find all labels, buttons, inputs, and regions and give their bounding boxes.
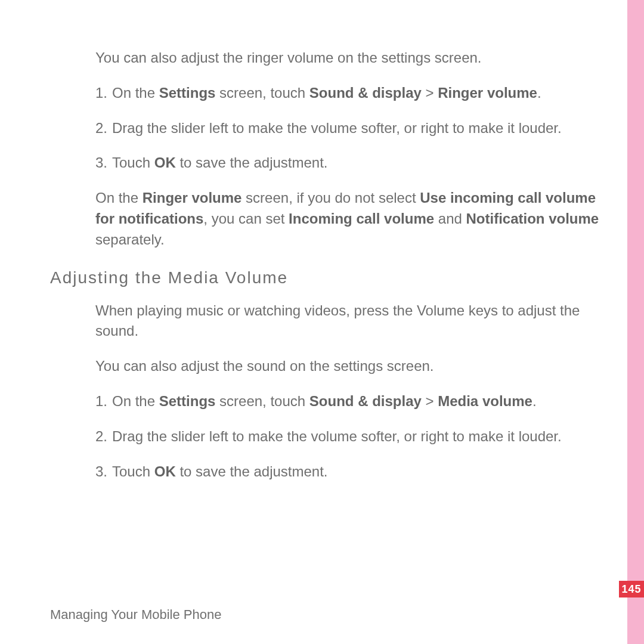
step-text: On the Settings screen, touch Sound & di…	[112, 391, 611, 412]
text: >	[422, 393, 438, 409]
step-number: 1.	[95, 391, 112, 412]
step-text: Touch OK to save the adjustment.	[112, 153, 611, 174]
text: , you can set	[203, 210, 289, 227]
bold: Media volume	[438, 393, 532, 409]
text: Touch	[112, 463, 154, 479]
text: to save the adjustment.	[176, 463, 328, 479]
ringer-step-1: 1. On the Settings screen, touch Sound &…	[95, 83, 611, 104]
footer-text: Managing Your Mobile Phone	[50, 607, 221, 623]
step-number: 2.	[95, 426, 112, 447]
ringer-note: On the Ringer volume screen, if you do n…	[95, 188, 611, 250]
bold: Ringer volume	[438, 85, 537, 101]
ringer-step-3: 3. Touch OK to save the adjustment.	[95, 153, 611, 174]
bold: Settings	[159, 85, 216, 101]
step-text: Drag the slider left to make the volume …	[112, 426, 611, 447]
heading-media-volume: Adjusting the Media Volume	[50, 268, 611, 287]
media-step-2: 2. Drag the slider left to make the volu…	[95, 426, 611, 447]
bold: OK	[154, 463, 176, 479]
step-number: 3.	[95, 462, 112, 482]
step-text: Touch OK to save the adjustment.	[112, 462, 611, 482]
text: .	[537, 85, 541, 101]
step-number: 3.	[95, 153, 112, 174]
step-text: On the Settings screen, touch Sound & di…	[112, 83, 611, 104]
text: screen, touch	[215, 393, 309, 409]
media-step-3: 3. Touch OK to save the adjustment.	[95, 462, 611, 482]
text: screen, touch	[215, 85, 309, 101]
bold: Sound & display	[309, 85, 422, 101]
text: separately.	[95, 231, 165, 247]
text: to save the adjustment.	[176, 154, 328, 171]
bold: Sound & display	[309, 393, 422, 409]
text: screen, if you do not select	[242, 190, 420, 206]
intro-media-b: You can also adjust the sound on the set…	[95, 356, 611, 377]
text: .	[532, 393, 537, 409]
ringer-step-2: 2. Drag the slider left to make the volu…	[95, 118, 611, 139]
text: >	[422, 85, 438, 101]
bold: OK	[154, 154, 176, 171]
bold: Notification volume	[466, 210, 599, 227]
bold: Incoming call volume	[289, 210, 434, 227]
intro-media-a: When playing music or watching videos, p…	[95, 301, 611, 342]
text: On the	[112, 393, 159, 409]
step-text: Drag the slider left to make the volume …	[112, 118, 611, 139]
side-stripe	[627, 0, 644, 644]
page-number: 145	[619, 581, 644, 597]
step-number: 1.	[95, 83, 112, 104]
bold: Settings	[159, 393, 216, 409]
text: On the	[112, 85, 159, 101]
intro-ringer: You can also adjust the ringer volume on…	[95, 48, 611, 69]
page-content: You can also adjust the ringer volume on…	[50, 48, 611, 496]
media-step-1: 1. On the Settings screen, touch Sound &…	[95, 391, 611, 412]
text: and	[434, 210, 466, 227]
step-number: 2.	[95, 118, 112, 139]
text: On the	[95, 190, 143, 206]
text: Touch	[112, 154, 154, 171]
bold: Ringer volume	[143, 190, 242, 206]
